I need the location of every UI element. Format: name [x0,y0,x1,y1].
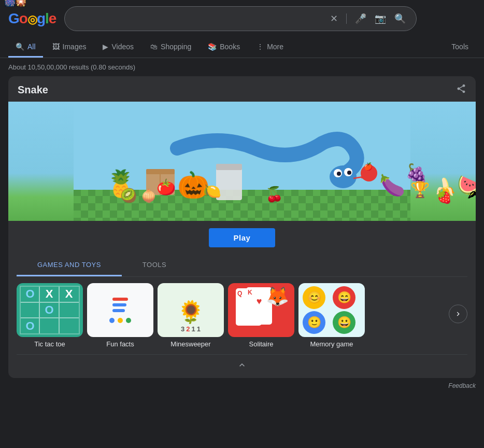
more-icon: ⋮ [257,43,264,51]
share-button[interactable] [456,83,466,96]
images-icon: 🖼 [52,43,60,51]
game-card-solitaire[interactable]: Q ♠ K ♥ 🦊 Solitaire [228,283,294,348]
search-button[interactable]: 🔍 [392,11,408,26]
svg-text:🥝: 🥝 [120,187,137,204]
books-icon: 📚 [208,43,217,51]
svg-point-18 [347,171,351,175]
funfacts-lines [112,298,127,315]
logo-g: G [8,10,19,26]
funfacts-dots [109,318,131,323]
collapse-button[interactable] [237,360,247,373]
tools-tab[interactable]: TOOLS [122,255,187,276]
mine-counter: 3 2 1 1 [181,325,201,333]
tab-images[interactable]: 🖼 Images [45,37,94,58]
svg-point-14 [330,165,357,188]
firework-icon: 🎆🎇 [4,0,26,7]
sunflower-icon: 🌻 [177,301,204,323]
svg-text:🍋: 🍋 [203,183,221,200]
funfacts-image [87,283,153,337]
game-card-minesweeper[interactable]: 🌻 3 2 1 1 Minesweeper [158,283,224,348]
memory-image: 😊 😄 🙂 😀 [298,283,365,337]
feedback-link[interactable]: Feedback [448,382,476,389]
tab-tools[interactable]: Tools [444,37,476,58]
game-card-memory[interactable]: 😊 😄 🙂 😀 Memory game [298,283,365,348]
collapse-container[interactable] [17,354,467,378]
ttt-grid: O X X O O [20,286,79,334]
search-input[interactable]: google snake game [73,14,324,23]
svg-rect-13 [216,164,242,170]
svg-text:🍒: 🍒 [265,186,283,203]
solitaire-image: Q ♠ K ♥ 🦊 [228,283,294,337]
tab-more[interactable]: ⋮ More [249,37,291,58]
voice-search-button[interactable]: 🎤 [353,11,368,26]
solitaire-cat-icon: 🦊 [266,286,289,307]
memory-face-2: 😄 [333,286,355,309]
tab-books[interactable]: 📚 Books [201,37,247,58]
carousel-next-button[interactable] [449,304,467,323]
result-count: About 10,50,00,000 results (0.80 seconds… [0,58,484,76]
google-logo[interactable]: Go◎gle 🎆🎇 [8,10,56,27]
chevron-up-icon [237,360,247,370]
logo-e: e [49,10,56,26]
logo-o1: o [19,10,27,26]
minesweeper-image: 🌻 3 2 1 1 [158,283,224,337]
tictactoe-label: Tic tac toe [17,340,83,348]
snake-card: Snake 🍍 [8,76,476,378]
clear-search-button[interactable]: ✕ [328,11,340,26]
snake-game-image: 🍍 🎃 🍎 🍆 🍇 [8,102,476,221]
memory-grid: 😊 😄 🙂 😀 [298,283,365,337]
memory-face-3: 🙂 [303,311,325,334]
game-card-funfacts[interactable]: Fun facts [87,283,153,348]
svg-text:🍎: 🍎 [364,162,373,171]
snake-scene-svg: 🍍 🎃 🍎 🍆 🍇 [8,102,476,221]
tab-shopping[interactable]: 🛍 Shopping [143,37,198,58]
search-bar: google snake game ✕ 🎤 📷 🔍 [64,6,417,31]
memory-face-1: 😊 [303,286,325,309]
svg-text:🧅: 🧅 [141,188,156,203]
svg-text:🍓: 🍓 [436,189,452,204]
solitaire-label: Solitaire [228,340,294,348]
memory-face-4: 😀 [333,311,355,334]
feedback-container: Feedback [0,378,484,394]
shopping-icon: 🛍 [150,43,158,51]
solitaire-cards: Q ♠ K ♥ 🦊 [228,283,294,337]
svg-text:🍅: 🍅 [156,178,176,197]
image-search-button[interactable]: 📷 [373,11,388,26]
memory-label: Memory game [298,340,365,348]
header: Go◎gle 🎆🎇 google snake game ✕ 🎤 📷 🔍 [0,0,484,37]
game-cards-container: O X X O O Tic tac toe [17,277,467,354]
svg-text:🌶: 🌶 [467,187,476,200]
play-button[interactable]: Play [209,228,276,247]
chevron-right-icon [454,310,462,318]
funfacts-label: Fun facts [87,340,153,348]
tab-videos[interactable]: ▶ Videos [95,37,141,58]
svg-text:🍆: 🍆 [379,173,405,198]
logo-l: l [45,10,49,26]
videos-icon: ▶ [103,43,108,51]
svg-point-17 [337,172,341,176]
all-icon: 🔍 [16,43,24,51]
tab-all[interactable]: 🔍 All [8,37,43,58]
nav-tabs: 🔍 All 🖼 Images ▶ Videos 🛍 Shopping 📚 Boo… [0,37,484,58]
svg-text:🏆: 🏆 [410,180,430,199]
games-and-toys-tab[interactable]: GAMES AND TOYS [17,255,122,276]
search-divider [346,13,347,24]
snake-title: Snake [18,84,48,96]
games-tabs: GAMES AND TOYS TOOLS [17,255,467,277]
svg-rect-9 [146,169,175,174]
minesweeper-inner: 🌻 3 2 1 1 [177,283,204,337]
snake-card-header: Snake [8,76,476,102]
play-button-container: Play [8,221,476,255]
game-card-tictactoe[interactable]: O X X O O Tic tac toe [17,283,83,348]
funfacts-inner [105,283,135,337]
tictactoe-image: O X X O O [17,283,83,337]
game-cards-list: O X X O O Tic tac toe [17,277,467,354]
logo-g2: g [37,10,45,26]
logo-o2: ◎ [27,13,37,26]
minesweeper-label: Minesweeper [158,340,224,348]
share-icon [456,83,466,94]
